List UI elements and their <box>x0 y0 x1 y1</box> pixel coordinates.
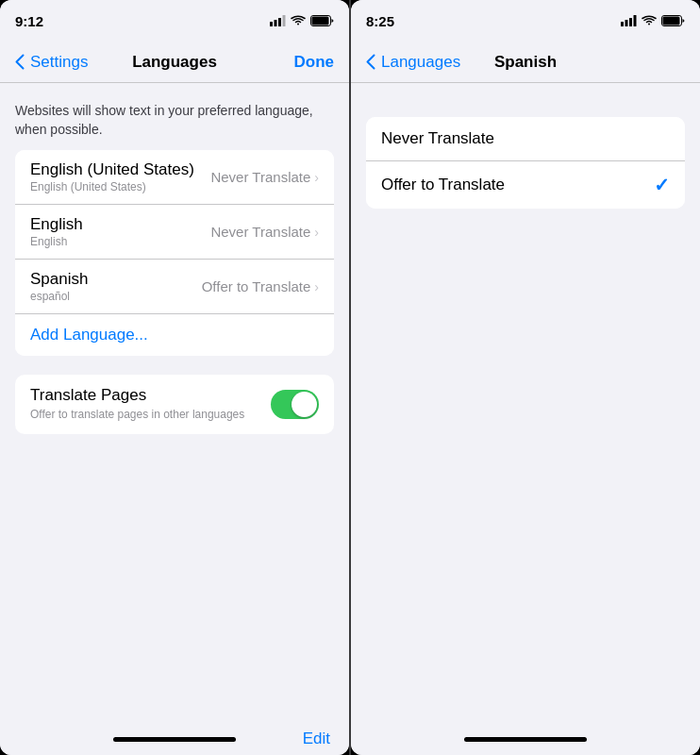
spanish-options-list: Never Translate Offer to Translate ✓ <box>366 117 685 209</box>
language-title-1: English <box>30 215 83 234</box>
svg-rect-8 <box>629 18 632 26</box>
done-button[interactable]: Done <box>294 53 335 72</box>
languages-list: English (United States) English (United … <box>15 150 334 356</box>
language-item-left-0: English (United States) English (United … <box>30 160 194 193</box>
wifi-icon <box>291 15 306 26</box>
svg-rect-9 <box>634 15 637 26</box>
edit-button[interactable]: Edit <box>274 730 330 748</box>
wifi-icon-right <box>642 15 657 26</box>
language-item-english-us[interactable]: English (United States) English (United … <box>15 150 334 205</box>
chevron-right-icon-2: › <box>314 279 319 294</box>
svg-rect-5 <box>312 17 329 25</box>
svg-rect-2 <box>278 18 281 26</box>
language-action-label-1: Never Translate <box>210 224 310 240</box>
translate-pages-title: Translate Pages <box>30 386 271 405</box>
translate-pages-left: Translate Pages Offer to translate pages… <box>30 386 271 423</box>
never-translate-label: Never Translate <box>381 129 494 148</box>
status-bar-left: 9:12 <box>0 0 349 42</box>
language-subtitle-2: español <box>30 290 88 303</box>
translate-pages-item: Translate Pages Offer to translate pages… <box>15 375 334 434</box>
nav-title-left: Languages <box>132 53 217 72</box>
content-right: Never Translate Offer to Translate ✓ <box>351 83 700 723</box>
status-bar-right: 8:25 <box>351 0 700 42</box>
svg-rect-7 <box>625 20 628 26</box>
status-time-right: 8:25 <box>366 13 394 29</box>
never-translate-option[interactable]: Never Translate <box>366 117 685 161</box>
svg-rect-3 <box>283 15 286 26</box>
back-button-left[interactable]: Settings <box>15 53 88 72</box>
language-title-2: Spanish <box>30 270 88 289</box>
svg-rect-1 <box>275 20 277 26</box>
language-item-left-1: English English <box>30 215 83 248</box>
translate-pages-group: Translate Pages Offer to translate pages… <box>15 375 334 434</box>
chevron-back-icon-right <box>366 54 375 70</box>
battery-icon <box>310 15 334 26</box>
add-language-item[interactable]: Add Language... <box>15 314 334 356</box>
svg-rect-6 <box>621 22 624 26</box>
back-label-right: Languages <box>381 53 460 72</box>
offer-translate-option[interactable]: Offer to Translate ✓ <box>366 161 685 209</box>
bottom-bar-right <box>351 723 700 755</box>
language-action-0: Never Translate › <box>210 169 319 185</box>
toggle-knob <box>292 392 317 417</box>
language-item-spanish[interactable]: Spanish español Offer to Translate › <box>15 260 334 314</box>
language-item-english[interactable]: English English Never Translate › <box>15 205 334 260</box>
language-title-0: English (United States) <box>30 160 194 179</box>
language-action-label-0: Never Translate <box>210 169 310 185</box>
offer-translate-label: Offer to Translate <box>381 176 505 194</box>
content-left: Websites will show text in your preferre… <box>0 83 349 723</box>
nav-title-right: Spanish <box>494 53 557 72</box>
status-icons-right <box>621 15 685 26</box>
left-panel: 9:12 <box>0 0 349 755</box>
translate-pages-toggle[interactable] <box>271 390 319 419</box>
chevron-right-icon-0: › <box>314 170 319 185</box>
language-subtitle-1: English <box>30 235 83 248</box>
language-action-2: Offer to Translate › <box>202 278 319 294</box>
back-button-right[interactable]: Languages <box>366 53 460 72</box>
add-language-label: Add Language... <box>30 326 148 344</box>
nav-bar-right: Languages Spanish <box>351 42 700 83</box>
checkmark-icon: ✓ <box>654 174 670 196</box>
language-item-left-2: Spanish español <box>30 270 88 303</box>
signal-icon <box>270 15 286 26</box>
svg-rect-0 <box>270 22 273 26</box>
translate-pages-description: Offer to translate pages in other langua… <box>30 407 271 423</box>
chevron-right-icon-1: › <box>314 225 319 240</box>
right-panel: 8:25 <box>351 0 700 755</box>
nav-bar-left: Settings Languages Done <box>0 42 349 83</box>
chevron-back-icon-left <box>15 54 25 70</box>
language-subtitle-0: English (United States) <box>30 180 194 193</box>
battery-icon-right <box>661 15 685 26</box>
status-time-left: 9:12 <box>15 13 43 29</box>
language-action-1: Never Translate › <box>210 224 319 240</box>
status-icons-left <box>270 15 334 26</box>
home-indicator-right <box>464 737 587 742</box>
bottom-bar-left: Edit <box>0 723 349 755</box>
home-indicator-left <box>113 737 236 742</box>
language-action-label-2: Offer to Translate <box>202 278 311 294</box>
section-description: Websites will show text in your preferre… <box>0 98 349 150</box>
back-label-left: Settings <box>30 53 88 72</box>
signal-icon-right <box>621 15 637 26</box>
svg-rect-11 <box>663 17 680 25</box>
